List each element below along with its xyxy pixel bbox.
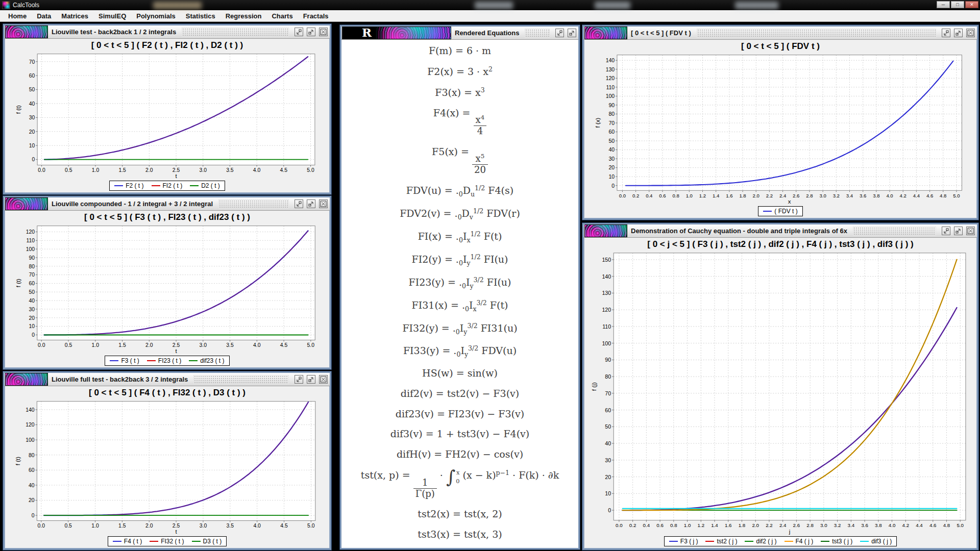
svg-text:0.5: 0.5 xyxy=(65,167,72,173)
os-minimize-button[interactable]: ─ xyxy=(937,1,950,8)
frame-close-button[interactable] xyxy=(319,28,328,36)
svg-text:1.0: 1.0 xyxy=(686,193,693,198)
frame-minimize-button[interactable] xyxy=(295,28,303,36)
menu-item-statistics[interactable]: Statistics xyxy=(181,11,220,21)
svg-text:1.2: 1.2 xyxy=(699,193,706,198)
legend-item: D3 ( t ) xyxy=(192,538,222,545)
svg-text:0: 0 xyxy=(32,157,35,162)
frame-minimize-button[interactable] xyxy=(555,29,564,37)
frame-close-button[interactable] xyxy=(966,29,975,37)
window-cauchy: Demonstration of Cauchy equation - doubl… xyxy=(582,223,978,550)
svg-text:110: 110 xyxy=(602,323,611,330)
menu-item-polynomials[interactable]: Polynomials xyxy=(131,11,181,21)
svg-text:80: 80 xyxy=(29,264,35,269)
frame-minimize-button[interactable] xyxy=(942,227,950,235)
legend-swatch xyxy=(745,541,753,542)
legend-label: dif23 ( t ) xyxy=(200,357,224,364)
svg-text:1.5: 1.5 xyxy=(118,167,126,173)
legend-label: F4 ( j ) xyxy=(796,538,814,545)
svg-text:0.4: 0.4 xyxy=(646,193,653,198)
equation-line: difH(v) = FH2(v) − cos(v) xyxy=(397,448,523,460)
svg-text:90: 90 xyxy=(608,102,615,108)
menu-item-simuleq[interactable]: SimulEQ xyxy=(93,11,131,21)
frame-maximize-button[interactable] xyxy=(307,375,315,384)
svg-text:0: 0 xyxy=(32,513,35,518)
chart-canvas[interactable]: 0.00.20.40.60.81.01.21.41.61.82.02.22.42… xyxy=(586,52,975,205)
svg-text:4.0: 4.0 xyxy=(889,522,896,528)
chart-title: [ 0 < t < 5 ] ( F2 ( t ) , FI2 ( t ) , D… xyxy=(7,39,328,51)
legend-label: F2 ( t ) xyxy=(126,182,143,189)
legend-label: F3 ( j ) xyxy=(680,538,698,545)
chart-canvas[interactable]: 0.00.20.40.60.81.01.21.41.61.82.02.22.42… xyxy=(586,250,975,535)
legend-item: ( FDV t ) xyxy=(763,208,797,215)
svg-text:5.0: 5.0 xyxy=(307,523,315,529)
frame-maximize-button[interactable] xyxy=(307,28,315,36)
equation-line: F(m) = 6 · m xyxy=(429,45,491,56)
menu-item-data[interactable]: Data xyxy=(32,11,56,21)
svg-text:2.5: 2.5 xyxy=(173,523,180,529)
menu-item-home[interactable]: Home xyxy=(3,11,32,21)
frame-close-button[interactable] xyxy=(966,227,975,235)
window-titlebar[interactable]: Liouville test - back2back 1 / 2 integra… xyxy=(5,26,330,39)
equation-line: FI(x) = .0Ix1/2 F(t) xyxy=(418,230,502,244)
svg-text:4.4: 4.4 xyxy=(913,193,920,198)
legend-label: ( FDV t ) xyxy=(774,208,797,215)
frame-maximize-button[interactable] xyxy=(954,29,963,37)
svg-text:40: 40 xyxy=(608,146,615,153)
svg-text:100: 100 xyxy=(606,93,615,99)
svg-text:4.2: 4.2 xyxy=(902,522,910,528)
svg-text:0.0: 0.0 xyxy=(38,523,45,529)
svg-text:120: 120 xyxy=(606,75,615,81)
svg-text:120: 120 xyxy=(26,422,35,428)
os-maximize-button[interactable]: □ xyxy=(951,1,964,8)
svg-text:0.6: 0.6 xyxy=(656,522,664,528)
window-titlebar[interactable]: Liouville full test - back2back 3 / 2 in… xyxy=(5,373,330,386)
window-titlebar[interactable]: Demonstration of Cauchy equation - doubl… xyxy=(584,224,977,238)
svg-text:50: 50 xyxy=(608,138,615,144)
legend-label: F4 ( t ) xyxy=(124,538,142,545)
svg-text:5.0: 5.0 xyxy=(953,193,960,198)
titlebar-texture xyxy=(193,375,289,384)
frame-minimize-button[interactable] xyxy=(295,199,303,208)
frame-close-button[interactable] xyxy=(319,199,328,208)
legend-swatch xyxy=(785,541,793,542)
legend-item: F2 ( t ) xyxy=(114,182,143,189)
frame-minimize-button[interactable] xyxy=(295,375,303,384)
menu-item-charts[interactable]: Charts xyxy=(266,11,298,21)
chart-canvas[interactable]: 0.00.51.01.52.02.53.03.54.04.55.00102030… xyxy=(7,223,328,355)
svg-text:90: 90 xyxy=(29,255,35,261)
svg-text:f (j): f (j) xyxy=(591,382,597,391)
svg-text:130: 130 xyxy=(602,290,611,296)
svg-text:40: 40 xyxy=(29,101,35,107)
chart-canvas[interactable]: 0.00.51.01.52.02.53.03.54.04.55.00102030… xyxy=(7,51,328,180)
svg-text:70: 70 xyxy=(605,390,611,396)
svg-text:4.0: 4.0 xyxy=(253,342,261,348)
svg-text:0.8: 0.8 xyxy=(672,193,679,198)
legend-label: FI32 ( t ) xyxy=(161,538,184,545)
chart-canvas[interactable]: 0.00.51.01.52.02.53.03.54.04.55.00204060… xyxy=(7,398,328,535)
menu-item-regression[interactable]: Regression xyxy=(220,11,267,21)
window-titlebar[interactable]: R Rendered Equations xyxy=(341,27,578,40)
svg-text:70: 70 xyxy=(29,272,35,278)
menu-item-matrices[interactable]: Matrices xyxy=(56,11,93,21)
chart-title: [ 0 < t < 5 ] ( F3 ( t ) , FI23 ( t ) , … xyxy=(7,211,328,223)
frame-maximize-button[interactable] xyxy=(954,227,963,235)
frame-minimize-button[interactable] xyxy=(942,29,950,37)
window-title: Liouville test - back2back 1 / 2 integra… xyxy=(52,28,176,36)
svg-text:50: 50 xyxy=(29,289,35,295)
menu-item-fractals[interactable]: Fractals xyxy=(298,11,334,21)
svg-text:0.0: 0.0 xyxy=(38,167,45,173)
equation-line: tst3(x) = tst(x, 3) xyxy=(418,529,502,540)
os-close-button[interactable]: ✕ xyxy=(965,1,978,8)
frame-close-button[interactable] xyxy=(319,375,328,384)
frame-maximize-button[interactable] xyxy=(568,29,576,37)
svg-text:140: 140 xyxy=(26,407,35,413)
window-titlebar[interactable]: [ 0 < t < 5 ] ( FDV t ) xyxy=(584,27,977,40)
chart-title: [ 0 < j < 5 ] ( F3 ( j ) , tst2 ( j ) , … xyxy=(586,238,975,250)
titlebar-texture xyxy=(182,28,289,37)
frame-maximize-button[interactable] xyxy=(307,199,315,208)
svg-text:0.0: 0.0 xyxy=(38,342,45,348)
window-titlebar[interactable]: Liouville compounded - 1 / 2 integral + … xyxy=(5,197,330,211)
os-titlebar[interactable]: CalcTools ─ □ ✕ xyxy=(0,0,980,10)
legend-label: D2 ( t ) xyxy=(201,182,220,189)
